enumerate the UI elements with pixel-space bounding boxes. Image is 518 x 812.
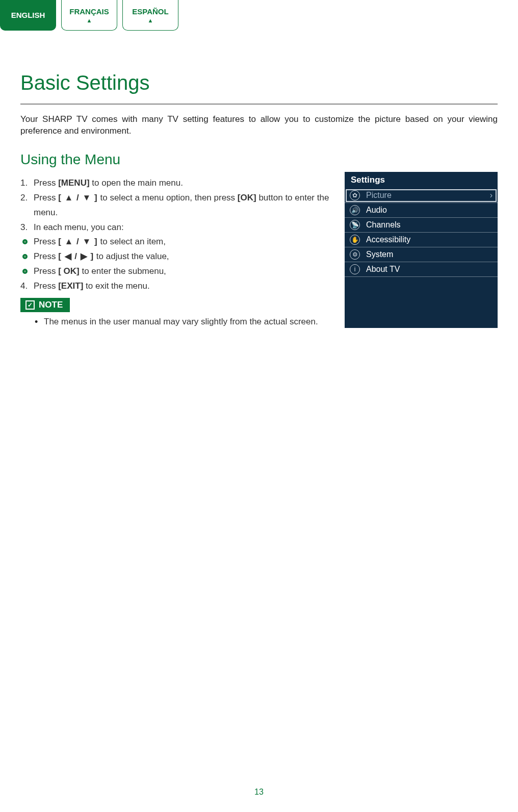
settings-list: ✿ Picture › 🔊 Audio 📡 Channels ✋ Accessi… (345, 188, 498, 277)
note-badge: ✓ NOTE (20, 298, 70, 312)
bullet-icon (22, 269, 28, 274)
settings-item-about[interactable]: i About TV (345, 262, 498, 277)
list-item: Press [EXIT] to exit the menu. (20, 279, 336, 294)
settings-item-accessibility[interactable]: ✋ Accessibility (345, 233, 498, 247)
settings-item-channels[interactable]: 📡 Channels (345, 218, 498, 233)
settings-item-picture[interactable]: ✿ Picture › (345, 188, 498, 203)
bullet-icon (22, 254, 28, 259)
language-tabs: ENGLISH FRANÇAIS ▲ ESPAÑOL ▲ (0, 0, 518, 31)
instruction-sublist: Press [ ▲ / ▼ ] to select an item, Press… (20, 235, 336, 279)
divider (20, 104, 498, 105)
system-icon: ⚙ (350, 249, 360, 260)
settings-item-audio[interactable]: 🔊 Audio (345, 203, 498, 218)
tab-label: ESPAÑOL (132, 7, 168, 16)
check-icon: ✓ (25, 300, 35, 310)
channels-icon: 📡 (350, 220, 360, 230)
note-list: The menus in the user manual may vary sl… (20, 315, 336, 328)
settings-item-label: Accessibility (366, 235, 410, 244)
list-item: In each menu, you can: (20, 220, 336, 235)
tab-english[interactable]: ENGLISH (0, 0, 56, 31)
settings-item-label: Audio (366, 206, 387, 215)
tab-francais[interactable]: FRANÇAIS ▲ (61, 0, 117, 31)
page-title: Basic Settings (20, 71, 498, 94)
picture-icon: ✿ (350, 190, 360, 200)
list-item: Press [ ◀ / ▶ ] to adjust the value, (20, 249, 336, 264)
note-label: NOTE (39, 300, 63, 310)
accessibility-icon: ✋ (350, 235, 360, 245)
chevron-right-icon: › (490, 191, 493, 200)
audio-icon: 🔊 (350, 205, 360, 215)
instruction-list: Press [MENU] to open the main menu. Pres… (20, 176, 336, 235)
page-number: 13 (0, 788, 518, 797)
bullet-icon (22, 239, 28, 244)
list-item: Press [ ▲ / ▼ ] to select an item, (20, 235, 336, 249)
note-item: The menus in the user manual may vary sl… (44, 315, 336, 328)
settings-item-system[interactable]: ⚙ System (345, 247, 498, 262)
list-item: Press [ OK] to enter the submenu, (20, 264, 336, 279)
settings-item-label: Channels (366, 220, 401, 230)
settings-item-label: About TV (366, 265, 400, 274)
tab-label: ENGLISH (11, 11, 45, 19)
tab-label: FRANÇAIS (69, 7, 109, 16)
settings-panel: Settings ✿ Picture › 🔊 Audio 📡 Channels … (345, 172, 498, 328)
chevron-up-icon: ▲ (87, 18, 92, 23)
settings-item-label: System (366, 250, 393, 259)
list-item: Press [ ▲ / ▼ ] to select a menu option,… (20, 191, 336, 220)
section-title: Using the Menu (20, 151, 336, 168)
info-icon: i (350, 264, 360, 274)
intro-text: Your SHARP TV comes with many TV setting… (20, 114, 498, 137)
instruction-list-cont: Press [EXIT] to exit the menu. (20, 279, 336, 294)
settings-item-label: Picture (366, 191, 392, 200)
settings-panel-title: Settings (345, 172, 498, 188)
page-content: Basic Settings Your SHARP TV comes with … (0, 31, 518, 328)
list-item: Press [MENU] to open the main menu. (20, 176, 336, 191)
tab-espanol[interactable]: ESPAÑOL ▲ (122, 0, 178, 31)
chevron-up-icon: ▲ (148, 18, 153, 23)
